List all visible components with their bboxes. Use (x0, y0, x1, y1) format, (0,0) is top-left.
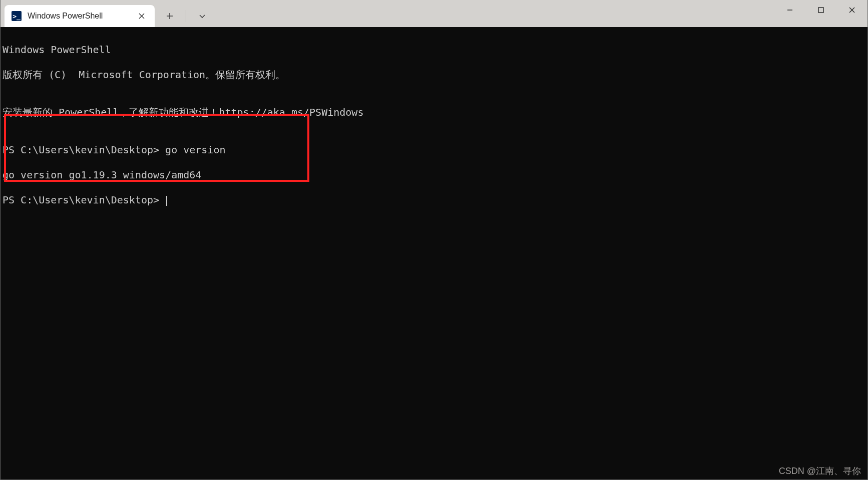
divider (186, 10, 186, 22)
minimize-icon (786, 7, 793, 14)
terminal-tab[interactable]: >_ Windows PowerShell (5, 5, 155, 27)
window-frame: >_ Windows PowerShell (0, 0, 868, 480)
cursor (166, 196, 167, 206)
powershell-icon-glyph: >_ (13, 13, 21, 20)
terminal-line: Windows PowerShell (3, 44, 865, 56)
close-window-button[interactable] (836, 0, 867, 20)
maximize-button[interactable] (805, 0, 836, 20)
tab-actions (155, 5, 211, 27)
command-text: go version (165, 144, 225, 156)
terminal-content[interactable]: Windows PowerShell 版权所有 (C) Microsoft Co… (1, 27, 867, 479)
chevron-down-icon (199, 13, 206, 20)
minimize-button[interactable] (774, 0, 805, 20)
prompt-prefix: PS C:\Users\kevin\Desktop> (3, 194, 165, 206)
close-tab-button[interactable] (136, 10, 148, 22)
window-controls (774, 0, 867, 20)
tab-dropdown-button[interactable] (193, 7, 211, 25)
powershell-icon: >_ (12, 11, 22, 21)
terminal-output: go version go1.19.3 windows/amd64 (3, 169, 865, 181)
plus-icon (166, 13, 173, 20)
maximize-icon (817, 7, 824, 14)
close-icon (848, 7, 855, 14)
prompt-prefix: PS C:\Users\kevin\Desktop> (3, 144, 165, 156)
close-icon (139, 13, 145, 19)
titlebar: >_ Windows PowerShell (1, 0, 867, 27)
terminal-line: PS C:\Users\kevin\Desktop> (3, 194, 865, 206)
tab-title: Windows PowerShell (28, 12, 130, 21)
terminal-line: 版权所有 (C) Microsoft Corporation。保留所有权利。 (3, 69, 865, 81)
watermark: CSDN @江南、寻你 (779, 465, 861, 477)
terminal-line: 安装最新的 PowerShell，了解新功能和改进！https://aka.ms… (3, 106, 865, 119)
new-tab-button[interactable] (161, 7, 179, 25)
svg-rect-5 (818, 8, 823, 13)
terminal-line: PS C:\Users\kevin\Desktop> go version (3, 144, 865, 156)
